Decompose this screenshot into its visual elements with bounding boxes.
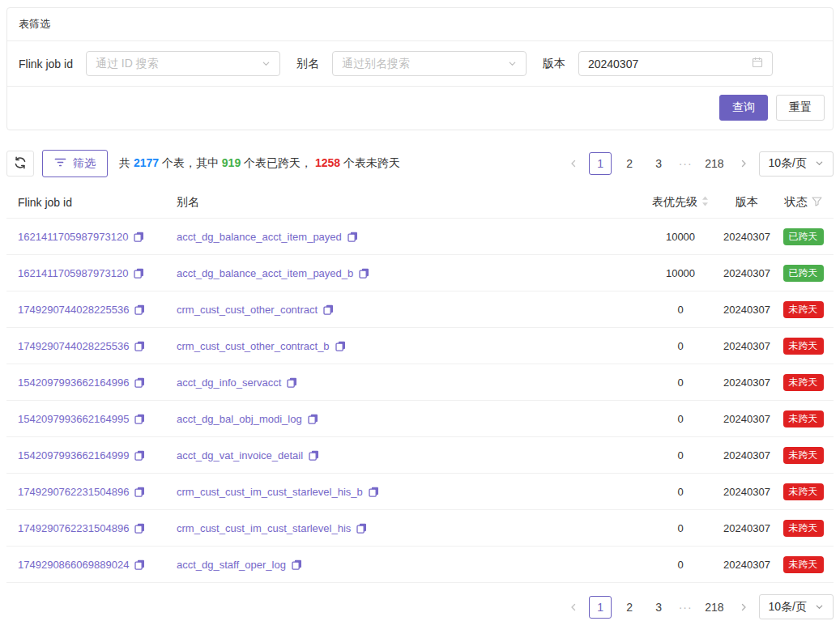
pagination-page-1[interactable]: 1 — [589, 152, 612, 175]
alias-cell: crm_cust_cust_other_contract — [170, 304, 640, 316]
copy-icon[interactable] — [134, 450, 145, 461]
pagination-page-3[interactable]: 3 — [647, 596, 670, 619]
pagination-page-218[interactable]: 218 — [701, 152, 727, 175]
alias-link[interactable]: acct_dg_balance_acct_item_payed_b — [177, 267, 353, 279]
refresh-button[interactable] — [6, 151, 34, 177]
job-id-link[interactable]: 1542097993662164995 — [18, 413, 129, 425]
priority-value: 0 — [640, 449, 721, 461]
pagination-next-button[interactable] — [735, 152, 753, 175]
alias-select[interactable]: 通过别名搜索 — [332, 51, 527, 76]
job-id-link[interactable]: 1621411705987973120 — [18, 267, 128, 279]
alias-link[interactable]: acct_dg_bal_obj_modi_log — [177, 413, 302, 425]
pagination-prev-button[interactable] — [565, 596, 582, 619]
summary-text: 共 — [119, 156, 134, 169]
filter-button[interactable]: 筛选 — [42, 150, 108, 177]
copy-icon[interactable] — [134, 377, 145, 388]
copy-icon[interactable] — [134, 341, 145, 351]
pagination-page-218[interactable]: 218 — [701, 596, 727, 619]
pagination-page-2[interactable]: 2 — [618, 596, 641, 619]
job-id-cell: 1749290744028225536 — [6, 340, 170, 352]
alias-link[interactable]: crm_cust_cust_other_contract_b — [177, 340, 330, 352]
copy-icon[interactable] — [134, 232, 144, 242]
filter-actions: 查询 重置 — [7, 87, 833, 130]
page-size-select[interactable]: 10条/页 — [759, 594, 834, 619]
priority-header-label: 表优先级 — [652, 195, 697, 210]
funnel-filter-icon[interactable] — [812, 196, 822, 209]
copy-icon[interactable] — [134, 523, 145, 534]
job-id-link[interactable]: 1621411705987973120 — [18, 231, 128, 243]
alias-link[interactable]: crm_cust_cust_im_cust_starlevel_his — [177, 522, 351, 534]
status-badge: 已跨天 — [783, 265, 824, 282]
job-id-link[interactable]: 1749290762231504896 — [18, 486, 129, 498]
status-badge: 未跨天 — [783, 447, 824, 464]
alias-link[interactable]: acct_dg_staff_oper_log — [177, 559, 286, 571]
flink-job-id-select[interactable]: 通过 ID 搜索 — [86, 51, 280, 76]
copy-icon[interactable] — [335, 341, 346, 351]
filter-row: Flink job id 通过 ID 搜索 别名 通过别名搜索 版本 20240… — [7, 41, 833, 87]
alias-link[interactable]: crm_cust_cust_other_contract — [177, 304, 318, 316]
status-cell: 未跨天 — [773, 301, 834, 318]
alias-link[interactable]: acct_dg_info_servacct — [177, 376, 281, 389]
pagination-page-1[interactable]: 1 — [589, 596, 612, 619]
copy-icon[interactable] — [292, 559, 302, 570]
copy-icon[interactable] — [356, 523, 367, 534]
copy-icon[interactable] — [359, 268, 369, 279]
alias-link[interactable]: acct_dg_vat_invoice_detail — [177, 449, 303, 461]
chevron-down-icon — [815, 157, 824, 170]
version-date-input[interactable]: 20240307 — [578, 51, 773, 76]
copy-icon[interactable] — [323, 304, 334, 315]
alias-link[interactable]: acct_dg_balance_acct_item_payed — [177, 231, 342, 243]
job-id-link[interactable]: 1749290866069889024 — [18, 559, 129, 571]
query-button[interactable]: 查询 — [719, 95, 768, 121]
summary-text: 个表已跨天， — [241, 156, 315, 169]
calendar-icon — [752, 57, 763, 70]
pagination-ellipsis[interactable]: ··· — [676, 601, 694, 614]
tables-table: Flink job id 别名 表优先级 版本 状态 1621411705987 — [6, 187, 834, 583]
column-header-status[interactable]: 状态 — [773, 195, 834, 210]
job-id-link[interactable]: 1542097993662164999 — [18, 449, 129, 461]
copy-icon[interactable] — [369, 487, 379, 497]
alias-link[interactable]: crm_cust_cust_im_cust_starlevel_his_b — [177, 486, 363, 498]
sorter-icon[interactable] — [701, 196, 709, 209]
column-header-version: 版本 — [721, 195, 773, 210]
status-cell: 已跨天 — [773, 265, 834, 282]
page: 表筛选 Flink job id 通过 ID 搜索 别名 通过别名搜索 版本 2… — [0, 0, 840, 621]
filter-lines-icon — [54, 157, 66, 170]
copy-icon[interactable] — [134, 559, 145, 570]
column-header-priority[interactable]: 表优先级 — [640, 195, 721, 210]
copy-icon[interactable] — [309, 450, 319, 461]
table-row: 1621411705987973120 acct_dg_balance_acct… — [6, 255, 834, 291]
copy-icon[interactable] — [134, 268, 144, 279]
alias-cell: acct_dg_info_servacct — [170, 376, 640, 389]
copy-icon[interactable] — [308, 414, 318, 424]
pagination-page-2[interactable]: 2 — [618, 152, 641, 175]
pagination-prev-button[interactable] — [565, 152, 582, 175]
reset-button[interactable]: 重置 — [776, 95, 825, 121]
job-id-link[interactable]: 1749290762231504896 — [18, 522, 129, 534]
job-id-cell: 1749290762231504896 — [6, 522, 170, 534]
pagination-ellipsis[interactable]: ··· — [676, 157, 694, 170]
copy-icon[interactable] — [134, 414, 145, 424]
version-value: 20240307 — [721, 486, 773, 498]
priority-value: 10000 — [640, 267, 721, 279]
chevron-down-icon — [508, 57, 517, 70]
job-id-cell: 1749290762231504896 — [6, 486, 170, 498]
status-cell: 未跨天 — [773, 338, 834, 355]
pagination-next-button[interactable] — [735, 596, 753, 619]
status-cell: 未跨天 — [773, 447, 834, 464]
pagination-top: 123···21810条/页 — [565, 151, 834, 177]
copy-icon[interactable] — [134, 487, 145, 497]
page-size-select[interactable]: 10条/页 — [759, 151, 834, 177]
copy-icon[interactable] — [348, 232, 358, 242]
refresh-icon — [14, 156, 27, 172]
job-id-link[interactable]: 1542097993662164996 — [18, 376, 129, 389]
copy-icon[interactable] — [287, 377, 297, 388]
job-id-cell: 1542097993662164995 — [6, 413, 170, 425]
copy-icon[interactable] — [134, 304, 145, 315]
priority-value: 10000 — [640, 231, 721, 243]
filter-button-label: 筛选 — [73, 156, 96, 171]
status-cell: 未跨天 — [773, 410, 834, 427]
job-id-link[interactable]: 1749290744028225536 — [18, 304, 129, 316]
job-id-link[interactable]: 1749290744028225536 — [18, 340, 129, 352]
pagination-page-3[interactable]: 3 — [647, 152, 670, 175]
